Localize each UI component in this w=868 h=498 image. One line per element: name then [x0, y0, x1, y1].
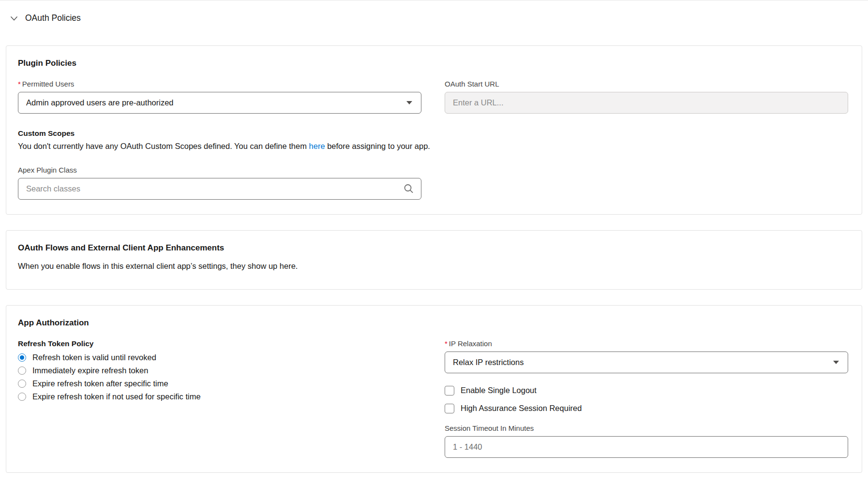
- section-title: OAuth Policies: [25, 13, 81, 23]
- checkbox-icon: [445, 386, 454, 395]
- permitted-users-field: *Permitted Users Admin approved users ar…: [18, 80, 421, 114]
- oauth-start-url-input: [445, 92, 848, 114]
- apex-plugin-class-label: Apex Plugin Class: [18, 166, 421, 174]
- required-asterisk: *: [18, 80, 21, 88]
- radio-option-expire-if-not-used[interactable]: Expire refresh token if not used for spe…: [18, 392, 421, 401]
- oauth-start-url-field: OAuth Start URL: [445, 80, 848, 114]
- oauth-policies-page: OAuth Policies Plugin Policies *Permitte…: [0, 0, 868, 473]
- oauth-flows-card: OAuth Flows and External Client App Enha…: [6, 230, 862, 290]
- app-authorization-card: App Authorization Refresh Token Policy R…: [6, 305, 862, 473]
- oauth-flows-title: OAuth Flows and External Client App Enha…: [18, 243, 848, 253]
- ip-relaxation-label: *IP Relaxation: [445, 339, 848, 348]
- custom-scopes-text: You don't currently have any OAuth Custo…: [18, 141, 848, 152]
- apex-plugin-class-field: Apex Plugin Class: [18, 166, 421, 200]
- permitted-users-label: *Permitted Users: [18, 80, 421, 88]
- custom-scopes-text-before: You don't currently have any OAuth Custo…: [18, 142, 309, 150]
- required-asterisk: *: [445, 339, 448, 348]
- search-icon: [404, 184, 414, 194]
- radio-icon: [18, 353, 26, 362]
- radio-icon: [18, 366, 26, 375]
- session-timeout-label: Session Timeout In Minutes: [445, 424, 848, 432]
- oauth-start-url-label: OAuth Start URL: [445, 80, 848, 88]
- ip-relaxation-selected-value: Relax IP restrictions: [453, 358, 524, 367]
- radio-option-expire-after-time[interactable]: Expire refresh token after specific time: [18, 379, 421, 388]
- oauth-policies-section-header[interactable]: OAuth Policies: [6, 0, 862, 23]
- custom-scopes-label: Custom Scopes: [18, 129, 848, 138]
- radio-option-label: Immediately expire refresh token: [32, 366, 148, 375]
- enable-single-logout-checkbox-row[interactable]: Enable Single Logout: [445, 386, 848, 395]
- chevron-down-icon: [10, 14, 18, 23]
- app-authorization-title: App Authorization: [18, 318, 848, 328]
- radio-option-immediately-expire[interactable]: Immediately expire refresh token: [18, 366, 421, 375]
- radio-option-label: Refresh token is valid until revoked: [32, 353, 156, 362]
- checkbox-label: Enable Single Logout: [461, 386, 537, 395]
- plugin-policies-card: Plugin Policies *Permitted Users Admin a…: [6, 45, 862, 215]
- oauth-flows-description: When you enable flows in this external c…: [18, 262, 848, 275]
- radio-icon: [18, 380, 26, 388]
- refresh-token-policy-group: Refresh Token Policy Refresh token is va…: [18, 339, 421, 405]
- session-timeout-field: Session Timeout In Minutes: [445, 424, 848, 458]
- permitted-users-select[interactable]: Admin approved users are pre-authorized: [18, 92, 421, 114]
- chevron-down-icon: [406, 101, 412, 104]
- checkbox-label: High Assurance Session Required: [461, 404, 582, 413]
- session-timeout-input[interactable]: [445, 436, 848, 458]
- custom-scopes-here-link[interactable]: here: [309, 142, 325, 150]
- radio-option-label: Expire refresh token if not used for spe…: [32, 392, 201, 401]
- permitted-users-selected-value: Admin approved users are pre-authorized: [26, 98, 174, 107]
- radio-option-valid-until-revoked[interactable]: Refresh token is valid until revoked: [18, 353, 421, 362]
- checkbox-icon: [445, 404, 454, 413]
- ip-relaxation-select[interactable]: Relax IP restrictions: [445, 352, 848, 373]
- apex-plugin-class-search-input[interactable]: [18, 178, 421, 200]
- high-assurance-session-checkbox-row[interactable]: High Assurance Session Required: [445, 404, 848, 413]
- custom-scopes-block: Custom Scopes You don't currently have a…: [18, 129, 848, 152]
- custom-scopes-text-after: before assigning to your app.: [325, 142, 430, 150]
- refresh-token-policy-label: Refresh Token Policy: [18, 339, 421, 348]
- chevron-down-icon: [833, 361, 839, 364]
- radio-option-label: Expire refresh token after specific time: [32, 379, 168, 388]
- radio-icon: [18, 393, 26, 401]
- app-authorization-right-column: *IP Relaxation Relax IP restrictions Ena…: [445, 339, 848, 458]
- plugin-policies-title: Plugin Policies: [18, 59, 848, 68]
